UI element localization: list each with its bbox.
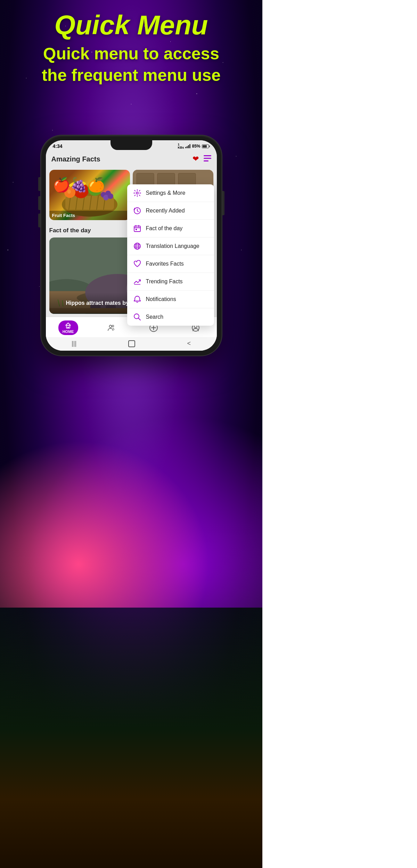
home-label: HOME xyxy=(63,329,74,334)
fruit-facts-label: Fruit Facts xyxy=(49,211,130,220)
header-section: Quick Menu Quick menu to accessthe frequ… xyxy=(0,10,262,86)
favorites-label: Favorites Facts xyxy=(146,261,184,267)
svg-point-12 xyxy=(77,186,83,193)
menu-item-trending[interactable]: Trending Facts xyxy=(127,273,214,291)
menu-item-translation[interactable]: Translation Language xyxy=(127,237,214,255)
svg-rect-45 xyxy=(134,226,140,232)
menu-item-search[interactable]: Search xyxy=(127,308,214,326)
signal-bar-4 xyxy=(189,144,190,148)
svg-rect-16 xyxy=(95,182,96,184)
settings-label: Settings & More xyxy=(146,190,186,196)
bell-icon xyxy=(133,295,141,303)
recently-added-label: Recently Added xyxy=(146,208,185,214)
svg-point-15 xyxy=(92,185,97,191)
menu-button[interactable] xyxy=(204,155,211,164)
signal-bars xyxy=(185,144,190,148)
app-title: Amazing Facts xyxy=(51,155,100,163)
settings-icon xyxy=(133,189,141,197)
phone-screen: 4:34 1KBs 85% xyxy=(46,140,217,351)
section-title: Fact of the day xyxy=(49,227,91,234)
trending-label: Trending Facts xyxy=(146,278,183,285)
svg-point-14 xyxy=(88,182,102,196)
globe-icon xyxy=(133,242,141,250)
nav-home[interactable]: HOME xyxy=(58,320,78,335)
svg-rect-79 xyxy=(67,327,69,328)
app-bar: Amazing Facts ❤ xyxy=(46,151,217,167)
svg-point-21 xyxy=(64,187,75,198)
svg-rect-13 xyxy=(81,183,82,186)
menu-item-recently-added[interactable]: Recently Added xyxy=(127,202,214,220)
notifications-label: Notifications xyxy=(146,296,176,302)
search-icon xyxy=(133,313,141,321)
home-indicator-bar: ||| < xyxy=(46,337,217,351)
battery-icon xyxy=(202,144,210,148)
phone-mockup: 4:34 1KBs 85% xyxy=(41,135,222,356)
horizon-glow xyxy=(0,391,262,608)
menu-item-fact-of-day[interactable]: Fact of the day xyxy=(127,220,214,237)
status-time: 4:34 xyxy=(53,143,63,149)
back-gesture: ||| xyxy=(72,340,76,347)
svg-point-43 xyxy=(136,192,138,194)
app-content: Fruit Facts xyxy=(46,167,217,351)
signal-bar-2 xyxy=(187,146,188,148)
calendar-icon xyxy=(133,225,141,232)
home-button[interactable] xyxy=(128,340,135,347)
svg-point-80 xyxy=(109,325,112,328)
page-subtitle: Quick menu to accessthe frequent menu us… xyxy=(0,43,262,86)
svg-point-11 xyxy=(73,183,89,198)
svg-point-20 xyxy=(108,193,113,199)
signal-bar-1 xyxy=(185,147,186,148)
page-title: Quick Menu xyxy=(0,10,262,40)
trending-icon xyxy=(133,278,141,285)
dropdown-menu: Settings & More Recently Added xyxy=(127,184,214,326)
menu-item-settings[interactable]: Settings & More xyxy=(127,184,214,202)
history-icon xyxy=(133,207,141,215)
favorites-button[interactable]: ❤ xyxy=(193,155,199,164)
phone-shell: 4:34 1KBs 85% xyxy=(41,135,222,356)
translation-label: Translation Language xyxy=(146,243,199,249)
status-right: 1KBs 85% xyxy=(178,143,210,149)
fruit-facts-card[interactable]: Fruit Facts xyxy=(49,170,130,220)
heart-outline-icon xyxy=(133,260,141,268)
fact-of-day-label: Fact of the day xyxy=(146,225,183,232)
svg-line-51 xyxy=(138,318,140,320)
svg-point-22 xyxy=(67,190,71,194)
battery-percent: 85% xyxy=(192,144,200,149)
nav-people[interactable] xyxy=(103,322,120,333)
signal-bar-3 xyxy=(188,145,189,148)
svg-point-81 xyxy=(112,325,114,327)
svg-rect-46 xyxy=(136,229,137,230)
svg-rect-0 xyxy=(204,155,211,156)
svg-rect-2 xyxy=(204,160,208,161)
status-bar: 4:34 1KBs 85% xyxy=(46,140,217,151)
menu-item-favorites[interactable]: Favorites Facts xyxy=(127,255,214,273)
forward-gesture: < xyxy=(187,340,191,347)
notch xyxy=(111,140,152,150)
app-bar-actions: ❤ xyxy=(193,155,211,164)
network-label: 1KBs xyxy=(178,143,184,149)
menu-item-notifications[interactable]: Notifications xyxy=(127,291,214,308)
search-label: Search xyxy=(146,314,164,320)
svg-rect-1 xyxy=(204,158,211,159)
